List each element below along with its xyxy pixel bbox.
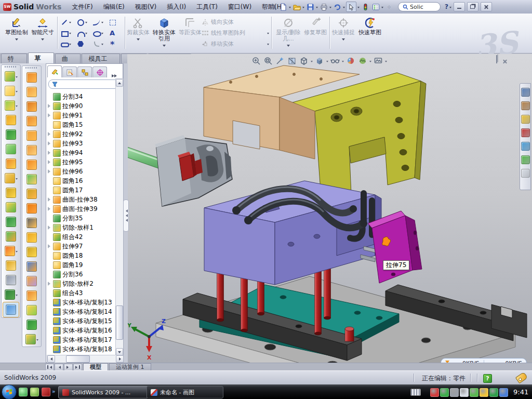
rectangle-tool[interactable] [59,28,75,38]
expand-arrow-icon[interactable] [47,207,51,211]
dropdown-caret-icon[interactable] [16,76,18,79]
no-external-ref-button[interactable] [22,216,41,230]
section-view-icon[interactable] [287,56,297,66]
tree-item[interactable]: 实体-移动/复制15 [47,316,116,326]
dropdown-caret-icon[interactable] [16,178,18,181]
tags-icon[interactable] [515,372,528,384]
quicklaunch-solidworks-icon[interactable] [42,388,50,396]
tree-item[interactable]: 实体-移动/复制16 [47,326,116,335]
taskbar-button-paint[interactable]: 未命名 - 画图 [147,386,223,398]
view-orientation-icon[interactable] [299,56,309,66]
move-copy-bodies-button[interactable] [2,229,20,244]
select-region-tool[interactable] [108,17,124,28]
taskbar-button-solidworks[interactable]: SolidWorks 2009 - ... [58,386,149,398]
freeform-button[interactable] [22,317,41,332]
tree-item[interactable]: 拉伸90 [47,101,116,111]
taskpane-icon-5[interactable] [521,142,530,151]
sketch-button[interactable]: 草图绘制 [4,15,29,52]
taskpane-icon-4[interactable] [521,128,530,137]
panel-splitter[interactable] [123,63,128,363]
tree-item[interactable]: 圆角15 [47,120,116,129]
pattern-button[interactable] [2,171,20,185]
tray-icon-6[interactable] [480,388,488,397]
tree-item[interactable]: 分割35 [47,214,116,223]
tree-item[interactable]: 拉伸94 [47,148,116,157]
sketch-fillet-tool[interactable] [91,38,108,49]
dropdown-caret-icon[interactable] [16,251,18,254]
box-feature-button[interactable] [2,127,20,142]
arc-caret-icon[interactable] [85,33,87,35]
quicklaunch-messenger-icon[interactable] [19,388,28,396]
apply-scene-icon[interactable] [357,56,368,66]
tab-sketch[interactable]: 草图 [28,52,54,63]
sketched-bend-button[interactable] [22,85,41,99]
sketch-caret-icon[interactable] [15,38,18,42]
hole-wizard-button[interactable] [2,156,20,171]
tree-item[interactable]: 圆角18 [47,251,116,260]
ellipse-caret-icon[interactable] [101,33,103,35]
closed-corner-button[interactable] [22,201,41,216]
tree-item[interactable]: 拉伸97 [47,242,116,251]
select-caret-icon[interactable] [357,7,360,9]
print-icon[interactable] [319,2,328,11]
hscroll-thumb[interactable] [66,355,90,363]
dome-button[interactable] [22,303,41,317]
tray-icon-4[interactable] [460,388,469,397]
options-caret-icon[interactable] [381,7,383,9]
taskpane-icon-1[interactable] [521,88,530,97]
expand-arrow-icon[interactable] [47,160,51,164]
taskpane-icon-7[interactable] [521,169,530,178]
flex-bend-button[interactable] [22,70,41,85]
smart-dimension-button[interactable]: 智能尺寸 [30,15,55,52]
scroll-up-icon[interactable] [116,79,123,87]
next-tab-icon[interactable] [64,364,73,371]
tree-vscrollbar[interactable] [115,78,124,356]
expand-arrow-icon[interactable] [47,141,51,145]
tab-features[interactable]: 特征 [1,54,27,63]
help-caret-icon[interactable] [449,7,451,9]
tree-item[interactable]: 曲面-拉伸39 [47,204,116,214]
tree-item[interactable]: 拉伸91 [47,111,116,120]
rip-button[interactable] [22,230,41,245]
polygon-tool[interactable] [75,38,91,49]
tray-icon-8[interactable] [499,388,508,397]
split-bodies-button[interactable] [2,215,20,229]
taskbar-clock[interactable]: 9:41 [513,388,528,396]
open-folder-icon[interactable] [292,2,301,11]
revolved-boss-button[interactable] [2,84,20,98]
open-caret-icon[interactable] [302,7,304,9]
save-caret-icon[interactable] [316,7,318,9]
taskpane-icon-3[interactable] [521,115,530,124]
tray-icon-5[interactable] [470,388,478,397]
expand-arrow-icon[interactable] [47,132,51,136]
quick-tips-icon[interactable] [483,374,492,383]
slot-caret-icon[interactable] [69,44,71,46]
hide-show-caret-icon[interactable] [342,61,344,63]
tree-item[interactable]: 拉伸95 [47,157,116,167]
expand-arrow-icon[interactable] [47,151,51,155]
tree-item[interactable]: 分割34 [47,92,116,101]
property-manager-tab[interactable] [62,66,77,77]
close-button[interactable] [481,2,492,11]
dropdown-caret-icon[interactable] [16,105,18,108]
scroll-right-icon[interactable] [116,355,124,363]
convert-entities-button[interactable]: 转换实体引用 [151,15,178,52]
rectangle-caret-icon[interactable] [69,33,71,35]
feature-manager-tab[interactable] [47,65,62,77]
new-document-icon[interactable] [278,2,288,11]
tree-item[interactable]: 曲面-拉伸38 [47,195,116,204]
line-caret-icon[interactable] [69,22,71,24]
delete-body-button[interactable] [2,244,20,258]
unfold-button[interactable] [22,143,41,157]
minimize-button[interactable] [454,2,465,11]
chamfer-button[interactable] [2,113,20,127]
zoom-area-icon[interactable] [263,56,273,66]
tree-item[interactable]: 拉伸92 [47,129,116,139]
display-style-caret-icon[interactable] [326,61,328,63]
restore-button[interactable] [467,2,478,11]
search-box[interactable]: Solic [398,2,441,11]
menu-file[interactable]: 文件(F) [66,2,98,12]
mirror-bodies-button[interactable] [2,185,20,200]
tree-item[interactable]: 切除-放样2 [47,279,116,288]
hide-show-items-icon[interactable] [330,56,340,66]
